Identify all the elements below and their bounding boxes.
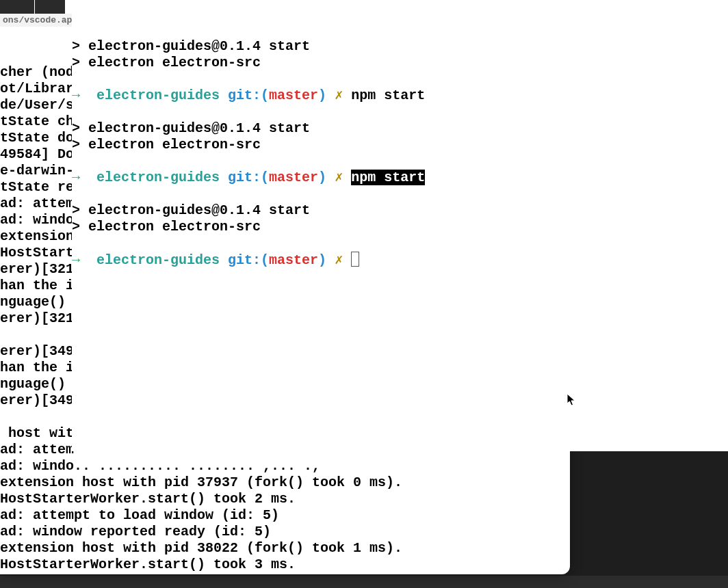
breadcrumb: ons/vscode.app [0,14,75,27]
terminal-output-line: > electron electron-src [72,137,728,153]
terminal-output-line: > electron electron-src [72,55,728,71]
terminal-output-line: > electron-guides@0.1.4 start [72,120,728,137]
editor-tab[interactable] [0,0,34,14]
terminal-output-line: > electron-guides@0.1.4 start [72,38,728,55]
terminal-cursor[interactable] [351,252,359,267]
terminal-output-line: > electron electron-src [72,219,728,235]
terminal-command: npm start [351,88,425,103]
editor-tab[interactable] [35,0,65,14]
editor-tabs [0,0,66,14]
terminal-output-line: > electron-guides@0.1.4 start [72,202,728,219]
terminal-prompt-line[interactable]: → electron-guides git:(master) ✗ [72,252,728,269]
terminal-output[interactable]: > electron-guides@0.1.4 start> electron … [72,0,728,269]
terminal-prompt-line: → electron-guides git:(master) ✗ npm sta… [72,170,728,186]
terminal-window[interactable]: > electron-guides@0.1.4 start> electron … [72,0,728,451]
terminal-prompt-line: → electron-guides git:(master) ✗ npm sta… [72,88,728,104]
terminal-command-selected[interactable]: npm start [351,170,425,185]
